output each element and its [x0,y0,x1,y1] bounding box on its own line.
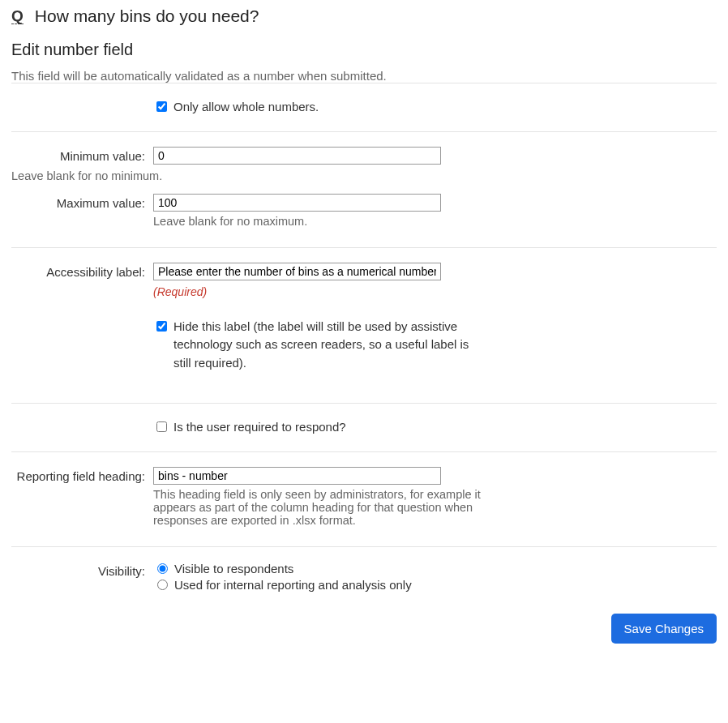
question-icon: Q [11,8,24,24]
required-checkbox[interactable] [156,421,167,432]
reporting-label: Reporting field heading: [11,467,153,483]
visibility-label: Visibility: [11,562,153,578]
accessibility-label: Accessibility label: [11,263,153,279]
accessibility-input[interactable] [153,263,441,280]
minimum-label: Minimum value: [11,147,153,163]
page-title: How many bins do you need? [35,6,259,26]
page-description: This field will be automatically validat… [11,69,717,83]
maximum-hint: Leave blank for no maximum. [153,215,518,228]
whole-numbers-checkbox[interactable] [156,101,167,112]
required-note: (Required) [153,285,518,298]
reporting-hint: This heading field is only seen by admin… [153,488,510,527]
hide-label-text: Hide this label (the label will still be… [173,318,486,373]
minimum-hint: Leave blank for no minimum. [11,169,717,182]
visibility-internal-label: Used for internal reporting and analysis… [174,578,412,592]
minimum-input[interactable] [153,147,441,165]
maximum-label: Maximum value: [11,194,153,210]
reporting-input[interactable] [153,467,441,485]
maximum-input[interactable] [153,194,441,212]
visibility-visible-radio[interactable] [157,563,168,574]
whole-numbers-label: Only allow whole numbers. [173,98,319,117]
hide-label-checkbox[interactable] [156,321,167,332]
page-subtitle: Edit number field [11,41,717,59]
save-button[interactable]: Save Changes [611,614,717,644]
visibility-visible-label: Visible to respondents [174,562,293,575]
required-label: Is the user required to respond? [173,418,346,437]
visibility-internal-radio[interactable] [157,580,168,590]
